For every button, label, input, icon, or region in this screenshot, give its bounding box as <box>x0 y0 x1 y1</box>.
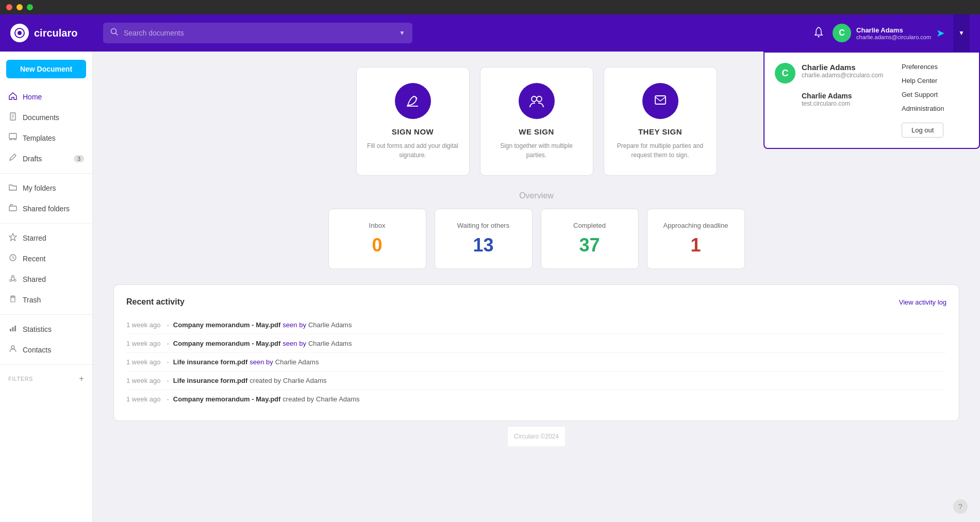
documents-icon <box>8 112 18 123</box>
avatar: C <box>833 24 851 42</box>
svg-rect-22 <box>10 329 11 331</box>
they-sign-icon <box>642 83 678 119</box>
they-sign-desc: Prepare for multiple parties and request… <box>614 141 706 160</box>
drafts-badge: 3 <box>74 155 84 162</box>
activity-filename[interactable]: Company memorandum - May.pdf <box>173 395 281 403</box>
sidebar-item-shared[interactable]: Shared <box>0 269 92 290</box>
sidebar-item-recent[interactable]: Recent <box>0 248 92 269</box>
activity-row: 1 week ago - Company memorandum - May.pd… <box>126 390 946 408</box>
preferences-link[interactable]: Preferences <box>902 63 938 71</box>
activity-time: 1 week ago <box>126 340 161 347</box>
svg-marker-13 <box>9 233 16 241</box>
title-bar <box>0 0 980 14</box>
search-dropdown-icon[interactable]: ▼ <box>399 29 405 37</box>
filters-add-button[interactable]: + <box>79 374 84 383</box>
search-icon <box>110 28 119 38</box>
help-center-link[interactable]: Help Center <box>902 77 937 85</box>
header-right: C Charlie Adams charlie.adams@circularo.… <box>813 14 970 52</box>
svg-rect-9 <box>9 133 16 139</box>
logout-button[interactable]: Log out <box>902 123 943 138</box>
svg-point-28 <box>537 96 542 102</box>
svg-rect-12 <box>9 206 16 211</box>
svg-line-18 <box>11 277 12 279</box>
sign-now-icon <box>395 83 431 119</box>
activity-filename[interactable]: Life insurance form.pdf <box>173 377 247 384</box>
dropdown-left: C Charlie Adams charlie.adams@circularo.… <box>775 63 891 138</box>
they-sign-card[interactable]: THEY SIGN Prepare for multiple parties a… <box>604 67 717 176</box>
logo-area[interactable]: circularo <box>10 24 93 42</box>
svg-rect-23 <box>12 327 14 331</box>
activity-person: Charlie Adams <box>283 377 327 384</box>
search-bar[interactable]: ▼ <box>103 23 412 43</box>
overview-completed[interactable]: Completed 37 <box>541 209 639 269</box>
footer-copyright: Circularo ©2024 <box>508 426 565 446</box>
activity-filename[interactable]: Life insurance form.pdf <box>173 358 247 366</box>
sidebar-item-home[interactable]: Home <box>0 87 92 107</box>
user-area[interactable]: C Charlie Adams charlie.adams@circularo.… <box>833 24 945 42</box>
sidebar-divider3 <box>0 314 92 315</box>
logo-text: circularo <box>34 27 77 39</box>
get-support-link[interactable]: Get Support <box>902 91 938 98</box>
view-log-link[interactable]: View activity log <box>899 298 946 306</box>
dropdown-avatar: C <box>775 63 795 83</box>
maximize-button[interactable] <box>27 4 33 10</box>
header: circularo ▼ C <box>0 14 980 52</box>
activity-list: 1 week ago - Company memorandum - May.pd… <box>126 316 946 408</box>
sidebar-item-contacts[interactable]: Contacts <box>0 340 92 360</box>
activity-person: Charlie Adams <box>275 358 319 366</box>
activity-filename[interactable]: Company memorandum - May.pdf <box>173 340 281 347</box>
overview-deadline[interactable]: Approaching deadline 1 <box>647 209 745 269</box>
we-sign-desc: Sign together with multiple parties. <box>491 141 583 160</box>
we-sign-icon <box>519 83 555 119</box>
activity-action: created by <box>250 377 281 384</box>
sidebar-item-trash[interactable]: Trash <box>0 290 92 310</box>
close-button[interactable] <box>6 4 12 10</box>
svg-point-27 <box>531 96 537 102</box>
sidebar-item-my-folders[interactable]: My folders <box>0 178 92 198</box>
user-dropdown-toggle[interactable]: ▼ <box>953 14 970 52</box>
sidebar-item-documents[interactable]: Documents <box>0 107 92 128</box>
we-sign-title: WE SIGN <box>491 127 583 136</box>
overview-inbox[interactable]: Inbox 0 <box>328 209 426 269</box>
activity-action: created by <box>283 395 314 403</box>
administration-link[interactable]: Administration <box>902 105 944 112</box>
user-info: Charlie Adams charlie.adams@circularo.co… <box>856 26 931 40</box>
activity-action: seen by <box>250 358 273 366</box>
sidebar-item-templates[interactable]: Templates <box>0 128 92 148</box>
svg-rect-24 <box>14 326 16 331</box>
activity-time: 1 week ago <box>126 358 161 366</box>
svg-rect-21 <box>11 297 15 302</box>
new-document-button[interactable]: New Document <box>6 60 86 78</box>
they-sign-title: THEY SIGN <box>614 127 706 136</box>
svg-line-3 <box>116 33 118 36</box>
help-icon[interactable]: ? <box>953 499 968 514</box>
activity-row: 1 week ago - Life insurance form.pdf see… <box>126 353 946 372</box>
activity-action: seen by <box>283 321 306 329</box>
sidebar-divider2 <box>0 223 92 224</box>
svg-point-1 <box>18 31 22 35</box>
minimize-button[interactable] <box>16 4 23 10</box>
arrow-icon: ➤ <box>936 27 945 39</box>
activity-time: 1 week ago <box>126 321 161 329</box>
inbox-value: 0 <box>339 234 416 256</box>
we-sign-card[interactable]: WE SIGN Sign together with multiple part… <box>480 67 593 176</box>
recent-icon <box>8 254 18 264</box>
notification-bell[interactable] <box>813 26 824 40</box>
sidebar-item-starred[interactable]: Starred <box>0 228 92 248</box>
activity-time: 1 week ago <box>126 395 161 403</box>
sign-now-card[interactable]: SIGN NOW Fill out forms and add your dig… <box>356 67 470 176</box>
dropdown-account-secondary: Charlie Adams test.circularo.com <box>775 92 891 107</box>
activity-filename[interactable]: Company memorandum - May.pdf <box>173 321 281 329</box>
search-input[interactable] <box>124 29 394 37</box>
shared-folders-icon <box>8 204 18 214</box>
activity-title: Recent activity <box>126 297 185 307</box>
sidebar-item-shared-folders[interactable]: Shared folders <box>0 198 92 219</box>
activity-row: 1 week ago - Life insurance form.pdf cre… <box>126 372 946 390</box>
sidebar-divider4 <box>0 364 92 365</box>
overview-waiting[interactable]: Waiting for others 13 <box>435 209 533 269</box>
deadline-value: 1 <box>658 234 734 256</box>
activity-person: Charlie Adams <box>308 321 352 329</box>
sidebar-item-drafts[interactable]: Drafts 3 <box>0 148 92 169</box>
sidebar-item-statistics[interactable]: Statistics <box>0 319 92 340</box>
filters-section: FILTERS + <box>0 369 92 385</box>
